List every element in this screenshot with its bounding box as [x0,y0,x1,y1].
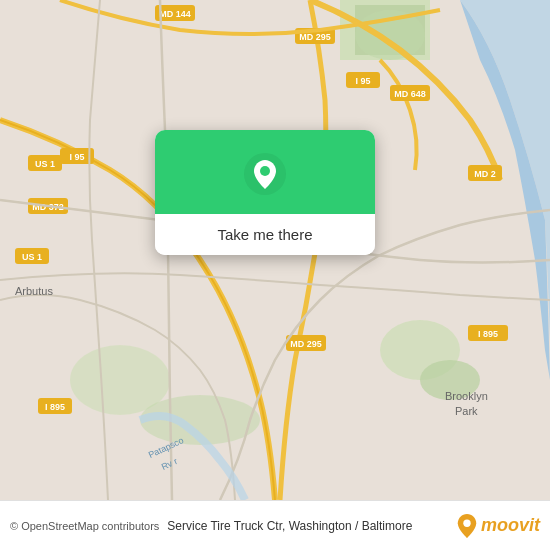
moovit-pin-icon [457,514,477,538]
svg-text:I 895: I 895 [45,402,65,412]
location-pin-icon [243,152,287,196]
location-popup: Take me there [155,130,375,255]
svg-text:I 895: I 895 [478,329,498,339]
svg-text:Brooklyn: Brooklyn [445,390,488,402]
destination-label: Service Tire Truck Ctr, Washington / Bal… [167,519,412,533]
svg-text:MD 144: MD 144 [159,9,191,19]
svg-text:I 95: I 95 [355,76,370,86]
svg-text:I 95: I 95 [69,152,84,162]
svg-text:MD 295: MD 295 [290,339,322,349]
svg-point-39 [463,519,470,526]
svg-text:US 1: US 1 [35,159,55,169]
map-container: I 95 I 895 MD 295 MD 295 I 95 MD 648 MD … [0,0,550,500]
bottom-bar: © OpenStreetMap contributors Service Tir… [0,500,550,550]
moovit-logo: moovit [457,514,540,538]
popup-header [155,130,375,214]
svg-text:US 1: US 1 [22,252,42,262]
moovit-label: moovit [481,515,540,536]
svg-point-38 [260,166,270,176]
svg-text:Arbutus: Arbutus [15,285,53,297]
take-me-there-button[interactable]: Take me there [155,214,375,255]
svg-text:MD 648: MD 648 [394,89,426,99]
map-attribution: © OpenStreetMap contributors [10,520,159,532]
svg-text:MD 2: MD 2 [474,169,496,179]
svg-text:Park: Park [455,405,478,417]
